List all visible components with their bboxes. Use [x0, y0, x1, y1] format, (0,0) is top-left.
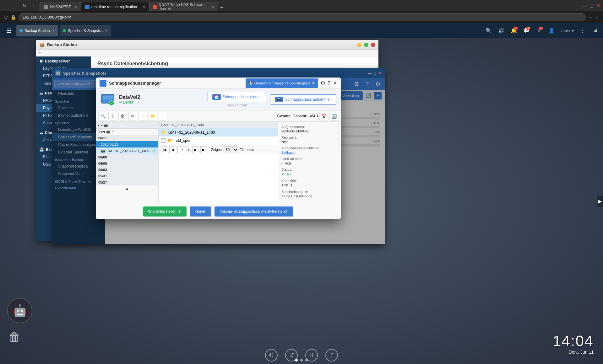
timeline-item-date[interactable]: 2020/06/11	[96, 141, 158, 147]
volume-restore-button[interactable]: Volume-Schnappschuss wiederherstellen	[215, 206, 293, 217]
file-row-gmt[interactable]: 📁 GMT+01_2020-06-11_1400	[159, 128, 278, 136]
search-taskbar-icon[interactable]: 🔍	[484, 26, 493, 35]
sidebar-section-backupserver: 🖥 Backupserver	[36, 56, 91, 65]
user-icon[interactable]: 👤	[547, 26, 556, 35]
info-retention-label: Aufbewahrungsrichtlinie:	[281, 146, 338, 150]
timeline-add-icon[interactable]: +	[101, 123, 103, 127]
modal-help-icon[interactable]: ?	[328, 80, 330, 86]
notifications3-icon[interactable]: ℹ1	[534, 26, 544, 35]
bottom-icon-signal[interactable]: ↺	[285, 349, 298, 361]
plan-label: Schnappschuss planen	[223, 95, 262, 99]
modal-close-button[interactable]: ✕	[333, 80, 337, 86]
more-options-icon[interactable]: ⋮	[578, 26, 587, 35]
tab-replication-close[interactable]: ✕	[143, 5, 145, 8]
extensions-icon[interactable]: ⋯	[588, 15, 593, 20]
refresh-modal-icon[interactable]: 🔄	[329, 112, 338, 120]
snapshots-window: 📊 Speicher & Snapshots — □ ✕ Externes RA…	[52, 68, 385, 244]
collapse-right-arrow[interactable]: ▶	[597, 196, 603, 207]
tab-replication[interactable]: real-time remote replication - ✕	[81, 2, 149, 11]
new-tab-button[interactable]: +	[218, 4, 226, 11]
timeline-date-0603: 06/03	[96, 167, 158, 173]
browser-nav-controls[interactable]: ← → ↻ ⌂	[3, 3, 35, 9]
taskbar-app-backup[interactable]: Backup Station ✕	[16, 25, 58, 36]
bottom-icon-share[interactable]: ⤴	[325, 349, 338, 361]
tab-nas[interactable]: NAS2427BE ✕	[40, 2, 81, 11]
capture-button[interactable]: 📷 Schnappschuss aufnehmen	[270, 94, 336, 104]
pager-next-btn[interactable]: ▶	[192, 146, 199, 153]
info-desc-edit-icon[interactable]: ✏	[305, 190, 308, 194]
address-bar-input[interactable]	[19, 13, 586, 21]
reload-button[interactable]: ↻	[21, 3, 28, 9]
info-retention-value[interactable]: Zeitbasis	[281, 151, 338, 154]
clock-date: Don., Jun 11	[553, 350, 594, 355]
timeline-item-date-text: 2020/06/11	[101, 142, 118, 146]
timeline-date-0609: 06/09	[96, 154, 158, 160]
tab-qnap[interactable]: QNAP Turbo NAS Software User M... ✕	[149, 2, 218, 11]
desktop-icon-btn[interactable]: 🖥	[590, 26, 600, 35]
modal-overlay: Schnappschussmanager 💾 Garantierter Snap…	[52, 68, 385, 244]
forward-button[interactable]: →	[12, 3, 19, 9]
restore-button[interactable]: Wiederherstellen ▼	[143, 206, 187, 217]
sort-icon[interactable]: ↕	[108, 112, 117, 120]
timeline-more-icon[interactable]: ▾	[96, 185, 158, 193]
backup-window-title: Backup Station	[47, 42, 355, 47]
upload-icon[interactable]: ↑	[139, 112, 147, 120]
bottom-icon-pause[interactable]: ⏸	[305, 349, 318, 361]
minimize-browser-icon[interactable]: —	[582, 3, 587, 9]
plan-button[interactable]: 📅 Schnappschuss planen	[208, 92, 266, 102]
pager-last-btn[interactable]: ▶|	[200, 146, 207, 153]
taskbar-app-snapshots[interactable]: Speicher & Snapsh... ✕	[60, 25, 111, 36]
info-replicated-label: Repliziert:	[281, 136, 338, 139]
edit-icon[interactable]: ✏	[128, 112, 137, 120]
taskbar-app-snapshots-close[interactable]: ✕	[105, 29, 108, 33]
pager-page-input[interactable]	[177, 146, 187, 153]
backup-maximize-button[interactable]	[364, 43, 368, 47]
timeline-date-0527: 05/27	[96, 179, 158, 185]
pager-prev-btn[interactable]: ◀	[169, 146, 176, 153]
backup-close-button[interactable]	[371, 43, 375, 47]
trash-desktop-icon[interactable]: 🗑	[6, 329, 23, 345]
home-button[interactable]: ⌂	[30, 3, 35, 9]
info-desc-row: Beschreibung ✏ Keine Beschreibung	[281, 190, 338, 198]
notifications1-icon[interactable]: 🔔1	[509, 26, 519, 35]
backup-minimize-button[interactable]	[357, 43, 361, 47]
tab-nas-close[interactable]: ✕	[74, 5, 77, 8]
maximize-browser-icon[interactable]: □	[590, 3, 593, 9]
pager-show-select[interactable]: 50 100	[223, 146, 238, 153]
pager-total: /1	[188, 148, 191, 152]
info-icon[interactable]: ℹ	[317, 114, 318, 118]
info-expires-row: Läuft ab nach: 6 Tage	[281, 157, 338, 165]
back-button[interactable]: ←	[3, 3, 9, 9]
backup-titlebar[interactable]: 📦 Backup Station	[36, 40, 378, 50]
admin-button[interactable]: admin ▼	[559, 29, 575, 33]
bookmark-icon[interactable]: ☆	[595, 15, 599, 20]
folder-type-icon: 📁	[161, 130, 166, 135]
info-desc-label: Beschreibung	[281, 190, 302, 194]
close-browser-icon[interactable]: ✕	[596, 2, 600, 9]
modal-settings-icon[interactable]: ⚙	[321, 80, 325, 86]
hdd-checkbox[interactable]	[161, 138, 166, 143]
pager-first-btn[interactable]: |◀	[161, 146, 168, 153]
bottom-icon-copyright[interactable]: ©	[265, 349, 278, 361]
timeline-count: :1	[112, 130, 115, 134]
guarantee-btn[interactable]: 💾 Garantierter Snapshot-Speicherplatz ▼	[246, 78, 318, 88]
timeline-camera-icon: 📷	[106, 130, 111, 134]
taskbar-menu-button[interactable]: ☰	[3, 25, 14, 36]
timeline-item-gmt[interactable]: 📷 GMT+01_2020-06-11_1400 ✔	[96, 147, 158, 154]
taskbar-app-backup-close[interactable]: ✕	[52, 29, 55, 33]
vol-capture-section: 📷 Schnappschuss aufnehmen	[270, 94, 336, 104]
delete-icon[interactable]: 🗑	[118, 112, 127, 120]
calendar-view-icon[interactable]: 📅	[319, 112, 328, 120]
clone-button[interactable]: Klonen	[190, 206, 211, 217]
timeline-expand-icon[interactable]: ▸	[98, 123, 100, 127]
file-row-hdd[interactable]: 📂 hdd_open	[159, 136, 278, 145]
notifications2-icon[interactable]: 💬1	[522, 26, 531, 35]
download-icon[interactable]: ↓	[159, 112, 167, 120]
volume-icon[interactable]: 🔊	[497, 26, 506, 35]
tab-qnap-close[interactable]: ✕	[212, 5, 214, 8]
admin-label: admin	[559, 29, 570, 33]
files-pager: |◀ ◀ /1 ▶ ▶| Zeigen 50 100	[159, 145, 278, 154]
info-retention-row: Aufbewahrungsrichtlinie: Zeitbasis	[281, 146, 338, 154]
folder-icon[interactable]: 📁	[149, 112, 157, 120]
search-files-icon[interactable]: 🔍	[98, 112, 107, 120]
